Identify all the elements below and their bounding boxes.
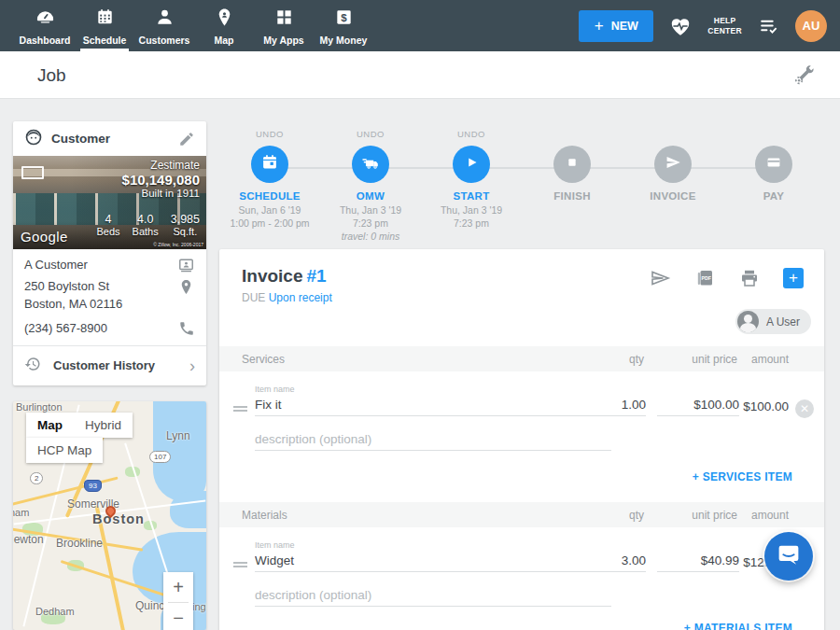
- nav-item-customers[interactable]: Customers: [134, 0, 194, 51]
- schedule-step-button[interactable]: [251, 146, 288, 183]
- map-label: Newton: [13, 533, 44, 546]
- customer-history-link[interactable]: Customer History ›: [13, 346, 206, 385]
- help-center-link[interactable]: HELP CENTER: [707, 16, 742, 35]
- apps-grid-icon: [273, 7, 295, 32]
- page-title: Job: [37, 65, 66, 86]
- customer-name: A Customer: [24, 257, 177, 274]
- map-label: Dedham: [35, 606, 75, 617]
- item-name-input[interactable]: [255, 396, 611, 416]
- nav-label: Customers: [139, 35, 190, 46]
- pdf-icon[interactable]: PDF: [693, 267, 716, 289]
- phone-icon[interactable]: [178, 320, 195, 337]
- money-dollar-icon: $: [333, 7, 355, 32]
- step-schedule: UNDO SCHEDULE Sun, Jan 6 '191:00 pm - 2:…: [219, 129, 320, 230]
- property-stats: 4Beds 4.0Baths 3,985Sq.ft.: [97, 213, 201, 237]
- add-services-item-link[interactable]: + SERVICES ITEM: [693, 470, 792, 483]
- nav-right: + NEW HELP CENTER AU: [579, 0, 840, 51]
- job-workflow-steps: UNDO SCHEDULE Sun, Jan 6 '191:00 pm - 2:…: [219, 129, 824, 241]
- zoom-out-button[interactable]: −: [163, 603, 193, 630]
- map-type-map-button[interactable]: Map: [26, 413, 74, 438]
- map-type-hybrid-button[interactable]: Hybrid: [74, 413, 133, 438]
- omw-step-button[interactable]: [352, 146, 389, 183]
- materials-section-header: Materials qty unit price amount: [219, 502, 824, 527]
- calendar-icon: [259, 152, 280, 176]
- send-invoice-icon[interactable]: [649, 267, 671, 289]
- edit-pencil-icon[interactable]: [178, 131, 195, 147]
- drag-handle[interactable]: [233, 404, 247, 413]
- interstate-93-shield: 93: [84, 480, 102, 492]
- stop-icon: [562, 152, 582, 176]
- undo-link[interactable]: UNDO: [421, 129, 522, 142]
- customer-address-row: 250 Boylston StBoston, MA 02116: [24, 278, 195, 314]
- nav-item-dashboard[interactable]: Dashboard: [15, 0, 75, 51]
- nav-item-map[interactable]: Map: [194, 0, 254, 51]
- zestimate-overlay: Zestimate $10,149,080 Built in 1911: [122, 159, 200, 199]
- section-title: Materials: [242, 509, 287, 522]
- top-nav: Dashboard Schedule Customers Map My Apps…: [0, 0, 840, 51]
- due-terms-link[interactable]: Upon receipt: [269, 291, 332, 304]
- invoice-card: Invoice#1 DUE Upon receipt PDF + A User …: [219, 249, 824, 630]
- map-type-controls: Map Hybrid HCP Map: [26, 413, 133, 463]
- support-chat-button[interactable]: [764, 532, 813, 581]
- user-avatar[interactable]: AU: [795, 10, 827, 42]
- map-pin-icon: [214, 7, 235, 32]
- remove-item-icon[interactable]: ✕: [795, 399, 814, 418]
- map-label: Burlington: [16, 401, 63, 413]
- item-name-input[interactable]: [255, 552, 611, 572]
- item-name-label: Item name: [255, 540, 295, 550]
- col-unit-price: unit price: [692, 353, 737, 366]
- item-description-input[interactable]: [255, 430, 611, 451]
- zoom-in-button[interactable]: +: [163, 572, 193, 602]
- step-finish: FINISH: [522, 129, 623, 202]
- assignee-name: A User: [766, 315, 800, 329]
- step-label: START: [421, 190, 522, 202]
- location-pin-icon[interactable]: [177, 278, 195, 296]
- pay-step-button[interactable]: [755, 146, 792, 183]
- start-step-button[interactable]: [453, 146, 490, 183]
- col-unit-price: unit price: [692, 509, 737, 522]
- nav-label: Dashboard: [20, 35, 71, 46]
- add-materials-item-link[interactable]: + MATERIALS ITEM: [684, 622, 792, 630]
- step-start: UNDO START Thu, Jan 3 '197:23 pm: [421, 129, 522, 230]
- item-qty-input[interactable]: [579, 396, 646, 416]
- item-name-label: Item name: [255, 385, 295, 394]
- map-widget[interactable]: Burlington Lynn Somerville ham Boston Br…: [13, 401, 206, 630]
- truck-icon: [360, 152, 381, 176]
- nav-label: My Apps: [263, 35, 303, 46]
- map-type-hcp-button[interactable]: HCP Map: [26, 438, 103, 463]
- invoice-step-button[interactable]: [654, 146, 692, 183]
- customer-card-title: Customer: [51, 132, 170, 146]
- built-year: Built in 1911: [122, 188, 200, 199]
- health-heart-pulse-icon[interactable]: [668, 14, 693, 38]
- invoice-due: DUE Upon receipt: [242, 291, 332, 304]
- step-label: INVOICE: [623, 190, 723, 202]
- nav-item-schedule[interactable]: Schedule: [75, 0, 134, 51]
- customer-card-header: Customer: [13, 121, 206, 156]
- undo-link[interactable]: UNDO: [219, 129, 320, 142]
- item-amount: $100.00: [714, 399, 789, 413]
- item-qty-input[interactable]: [579, 552, 646, 572]
- customer-face-icon: [24, 128, 43, 150]
- job-settings-wrench-icon[interactable]: [792, 63, 816, 91]
- svg-text:PDF: PDF: [702, 275, 711, 281]
- drag-handle[interactable]: [233, 560, 247, 569]
- assignee-chip[interactable]: A User: [735, 309, 811, 334]
- nav-item-my-apps[interactable]: My Apps: [254, 0, 314, 51]
- invoice-title: Invoice#1: [242, 266, 327, 287]
- col-amount: amount: [751, 353, 789, 366]
- new-button[interactable]: + NEW: [579, 10, 653, 42]
- section-title: Services: [242, 353, 285, 366]
- add-invoice-button[interactable]: +: [783, 268, 804, 288]
- map-label-boston: Boston: [92, 511, 145, 526]
- property-photo: Zestimate $10,149,080 Built in 1911 4Bed…: [13, 156, 206, 249]
- finish-step-button[interactable]: [553, 146, 591, 183]
- playlist-check-icon[interactable]: [757, 14, 780, 37]
- nav-item-my-money[interactable]: $ My Money: [314, 0, 373, 51]
- undo-link[interactable]: UNDO: [320, 129, 421, 142]
- step-invoice: INVOICE: [623, 129, 723, 202]
- contact-card-icon[interactable]: [177, 257, 195, 274]
- photo-copyright: © Zillow, Inc. 2006-2017: [153, 242, 203, 247]
- step-pay: PAY: [723, 129, 824, 202]
- print-icon[interactable]: [738, 267, 761, 289]
- item-description-input[interactable]: [255, 586, 611, 607]
